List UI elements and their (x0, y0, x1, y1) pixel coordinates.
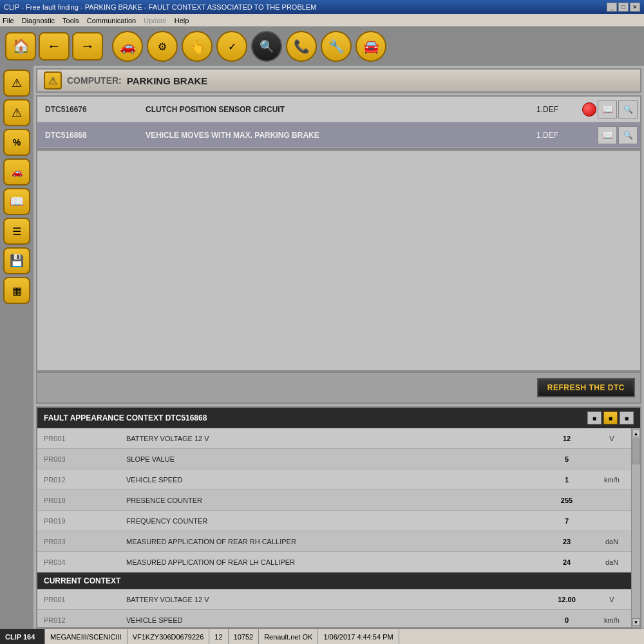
maximize-btn[interactable]: □ (618, 3, 629, 12)
car-check-icon[interactable]: 🚘 (355, 31, 386, 62)
book-button[interactable]: 📖 (3, 188, 30, 215)
forward-button[interactable]: → (72, 32, 103, 61)
ctx-btn-1[interactable]: ■ (587, 412, 601, 424)
cur-pr-1: PR001 (37, 596, 121, 603)
cur-desc-1: BATTERY VOLTAGE 12 V (121, 596, 541, 603)
list-button[interactable]: ☰ (3, 218, 30, 245)
ctx-row-pr001: PR001 BATTERY VOLTAGE 12 V 12 V (37, 428, 631, 449)
menu-file[interactable]: File (3, 17, 14, 24)
status-vehicle: MEGANEIII/SCENICIII (45, 629, 128, 644)
cur-val-1: 12.00 (541, 596, 592, 603)
ctx-row-pr003: PR003 SLOPE VALUE 5 (37, 449, 631, 469)
nav-group: 🏠 ← → (5, 32, 103, 61)
context-buttons: ■ ■ ■ (587, 412, 634, 424)
ctx-desc-5: FREQUENCY COUNTER (121, 517, 541, 525)
ctx-row-pr012: PR012 VEHICLE SPEED 1 km/h (37, 469, 631, 490)
computer-name: PARKING BRAKE (127, 75, 208, 86)
scrollbar[interactable]: ▲ ▼ (631, 428, 640, 627)
dtc-row[interactable]: DTC516676 CLUTCH POSITION SENSOR CIRCUIT… (37, 97, 640, 122)
ctx-row-pr018: PR018 PRESENCE COUNTER 255 (37, 490, 631, 511)
ctx-desc-4: PRESENCE COUNTER (121, 497, 541, 504)
ctx-pr-4: PR018 (37, 497, 121, 504)
ctx-pr-6: PR033 (37, 538, 121, 545)
back-button[interactable]: ← (39, 32, 70, 61)
book-action-2[interactable]: 📖 (598, 126, 617, 144)
checklist-icon[interactable]: ✓ (216, 31, 247, 62)
ctx-val-2: 5 (541, 455, 592, 463)
ctx-desc-1: BATTERY VOLTAGE 12 V (121, 435, 541, 442)
ctx-pr-1: PR001 (37, 435, 121, 442)
ctx-row-pr019: PR019 FREQUENCY COUNTER 7 (37, 511, 631, 531)
ctx-desc-2: SLOPE VALUE (121, 455, 541, 463)
status-bar: CLIP 164 MEGANEIII/SCENICIII VF1KZY306D0… (0, 629, 644, 644)
current-context-header: CURRENT CONTEXT (37, 573, 631, 589)
ctx-row-pr034: PR034 MEASURED APPLICATION OF REAR LH CA… (37, 552, 631, 573)
percent-button[interactable]: % (3, 129, 30, 156)
cur-unit-1: V (592, 596, 631, 603)
scroll-down-arrow[interactable]: ▼ (632, 618, 640, 626)
status-vin: VF1KZY306D0679226 (128, 629, 210, 644)
ctx-btn-3[interactable]: ■ (620, 412, 634, 424)
touch-icon[interactable]: 👆 (182, 31, 213, 62)
ctx-unit-1: V (592, 435, 631, 442)
dtc-table: DTC516676 CLUTCH POSITION SENSOR CIRCUIT… (36, 95, 641, 149)
status-number: 12 (209, 629, 228, 644)
home-button[interactable]: 🏠 (5, 32, 36, 61)
main-content: ⚠ COMPUTER: PARKING BRAKE DTC516676 CLUT… (33, 66, 644, 629)
status-code: 10752 (229, 629, 260, 644)
title-bar: CLIP - Free fault finding - PARKING BRAK… (0, 0, 644, 14)
zoom-action-1[interactable]: 🔍 (618, 100, 638, 118)
warning2-button[interactable]: ⚠ (3, 99, 30, 126)
ctx-val-3: 1 (541, 476, 592, 484)
cur-pr-2: PR012 (37, 616, 121, 624)
ctx-unit-3: km/h (592, 476, 631, 484)
wrench-icon[interactable]: 🔧 (321, 31, 352, 62)
ctx-desc-7: MEASURED APPLICATION OF REAR LH CALLIPER (121, 558, 541, 566)
car-side-button[interactable]: 🚗 (3, 158, 30, 185)
status-clip: CLIP 164 (0, 629, 45, 644)
car-icon[interactable]: 🚗 (112, 31, 143, 62)
ctx-val-5: 7 (541, 517, 592, 525)
dtc-code-2: DTC516868 (37, 131, 140, 140)
ctx-val-7: 24 (541, 558, 592, 566)
menu-communication[interactable]: Communication (87, 17, 136, 24)
cur-val-2: 0 (541, 616, 592, 624)
scroll-thumb[interactable] (632, 439, 640, 464)
dtc-status-1: 1.DEF (515, 105, 580, 114)
save-button[interactable]: 💾 (3, 247, 30, 274)
book-action-1[interactable]: 📖 (598, 100, 617, 118)
menu-tools[interactable]: Tools (62, 17, 79, 24)
minimize-btn[interactable]: _ (607, 3, 617, 12)
ctx-btn-2[interactable]: ■ (603, 412, 618, 424)
status-datetime: 1/06/2017 4:44:54 PM (318, 629, 399, 644)
window-controls[interactable]: _ □ ✕ (607, 3, 640, 12)
computer-header: ⚠ COMPUTER: PARKING BRAKE (36, 68, 641, 93)
ctx-row-pr033: PR033 MEASURED APPLICATION OF REAR RH CA… (37, 531, 631, 552)
context-table: PR001 BATTERY VOLTAGE 12 V 12 V PR003 SL… (37, 428, 631, 627)
dtc-actions-2: 📖 🔍 (580, 126, 640, 144)
menu-help[interactable]: Help (175, 17, 189, 24)
scroll-up-arrow[interactable]: ▲ (632, 430, 640, 437)
phone-icon[interactable]: 📞 (286, 31, 317, 62)
barcode-button[interactable]: ▦ (3, 277, 30, 304)
ctx-unit-6: daN (592, 538, 631, 545)
ctx-pr-5: PR019 (37, 517, 121, 525)
red-dot-icon (582, 102, 596, 117)
zoom-action-2[interactable]: 🔍 (618, 126, 638, 144)
content-area: ⚠ ⚠ % 🚗 📖 ☰ 💾 ▦ ⚠ COMPUTER: PARKING BRAK… (0, 66, 644, 629)
close-btn[interactable]: ✕ (630, 3, 640, 12)
dtc-row-selected[interactable]: DTC516868 VEHICLE MOVES WITH MAX. PARKIN… (37, 122, 640, 148)
ctx-pr-7: PR034 (37, 558, 121, 566)
ctx-pr-3: PR012 (37, 476, 121, 484)
main-toolbar: 🏠 ← → 🚗 ⚙ 👆 ✓ 🔍 📞 🔧 🚘 (0, 27, 644, 66)
menu-update[interactable]: Update (144, 17, 166, 24)
fault-context-header: FAULT APPEARANCE CONTEXT DTC516868 ■ ■ ■ (37, 408, 640, 428)
warning-button[interactable]: ⚠ (3, 70, 30, 97)
menu-diagnostic[interactable]: Diagnostic (22, 17, 55, 24)
transmission-icon[interactable]: ⚙ (147, 31, 178, 62)
search-fault-icon[interactable]: 🔍 (251, 31, 282, 62)
dtc-code-1: DTC516676 (37, 105, 140, 114)
refresh-dtc-button[interactable]: REFRESH THE DTC (537, 378, 635, 397)
refresh-area: REFRESH THE DTC (36, 372, 641, 404)
fault-context-title: FAULT APPEARANCE CONTEXT DTC516868 (44, 413, 207, 422)
